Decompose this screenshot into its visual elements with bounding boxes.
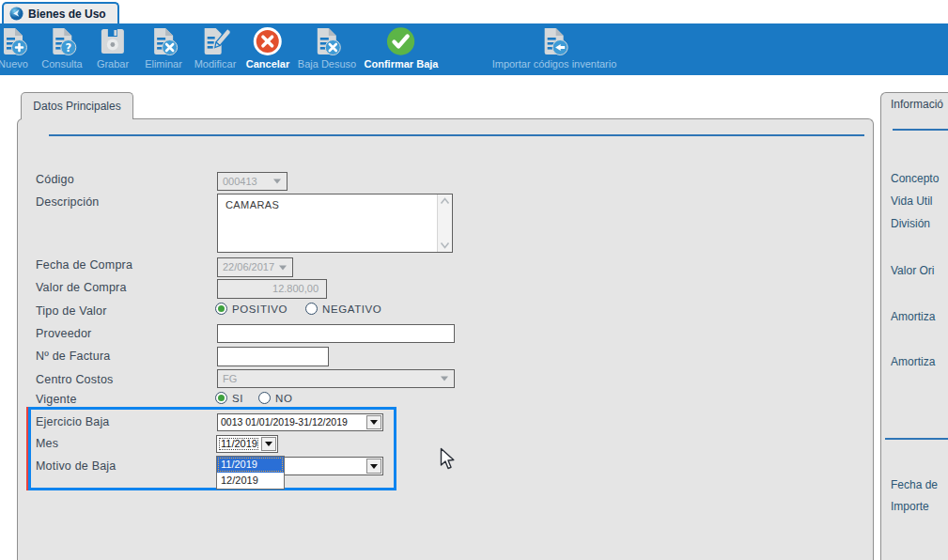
radio-positivo[interactable]: POSITIVO: [215, 303, 288, 315]
toolbar-button-cancelar[interactable]: Cancelar: [246, 25, 289, 70]
radio-unselected-icon: [258, 392, 271, 404]
svg-text:?: ?: [65, 41, 71, 54]
info-label-division: División: [891, 217, 930, 230]
proveedor-label: Proveedor: [36, 327, 91, 340]
toolbar-label: Importar códigos inventario: [492, 58, 617, 70]
radio-negativo[interactable]: NEGATIVO: [305, 303, 381, 315]
toolbar-button-baja-desuso[interactable]: Baja Desuso: [298, 25, 356, 70]
toolbar-button-importar-codigos[interactable]: Importar códigos inventario: [492, 25, 617, 70]
info-label-amortiza-2: Amortiza: [891, 355, 935, 368]
toolbar-button-confirmar-baja[interactable]: Confirmar Baja: [365, 25, 439, 70]
mes-option[interactable]: 12/2019: [217, 473, 284, 489]
mes-combobox[interactable]: 11/2019: [216, 435, 278, 453]
main-panel-rule: [49, 134, 864, 136]
motivo-baja-label: Motivo de Baja: [36, 459, 116, 473]
mes-option-selected[interactable]: 11/2019: [217, 457, 284, 473]
tab-datos-principales[interactable]: Datos Principales: [21, 92, 133, 119]
radio-selected-icon: [215, 392, 227, 404]
scroll-up-icon[interactable]: [440, 197, 450, 205]
toolbar-button-grabar[interactable]: Grabar: [97, 25, 129, 70]
chevron-down-icon[interactable]: [366, 459, 381, 474]
cancel-circle-icon: [252, 25, 284, 57]
info-label-importe: Importe: [891, 500, 929, 513]
toolbar-button-modificar[interactable]: Modificar: [194, 25, 237, 70]
doc-x-icon: [311, 25, 343, 57]
centro-costos-combobox[interactable]: FG: [217, 369, 455, 388]
toolbar-label: Modificar: [194, 58, 237, 70]
chevron-down-icon[interactable]: [261, 437, 276, 451]
toolbar: Nuevo ? Consulta Grabar Eliminar Modific…: [0, 23, 948, 75]
codigo-combobox[interactable]: 000413: [217, 172, 288, 191]
descripcion-textarea[interactable]: CAMARAS: [217, 194, 453, 253]
fecha-compra-datepicker[interactable]: 22/06/2017: [217, 257, 293, 277]
chevron-down-icon: [279, 265, 287, 270]
toolbar-label: Eliminar: [145, 58, 182, 70]
app-window: Bienes de Uso Nuevo ? Consulta Grabar: [0, 0, 948, 560]
info-label-amortiza-1: Amortiza: [891, 310, 935, 323]
doc-pencil-icon: [199, 25, 231, 57]
toolbar-label: Consulta: [41, 58, 82, 70]
floppy-icon: [97, 25, 129, 57]
doc-question-icon: ?: [46, 25, 78, 57]
chevron-down-icon: [441, 377, 448, 381]
descripcion-scrollbar[interactable]: [437, 194, 452, 252]
window-title-tab[interactable]: Bienes de Uso: [2, 2, 119, 23]
proveedor-input[interactable]: [217, 324, 455, 343]
mes-label: Mes: [36, 437, 58, 450]
info-panel-divider: [885, 438, 948, 440]
mes-dropdown-list: 11/2019 12/2019: [216, 456, 285, 490]
toolbar-label: Grabar: [97, 58, 129, 70]
doc-arrow-left-icon: [538, 25, 570, 57]
chevron-down-icon: [273, 179, 281, 184]
valor-compra-label: Valor de Compra: [36, 281, 127, 294]
centro-costos-label: Centro Costos: [36, 373, 114, 386]
toolbar-label: Baja Desuso: [298, 58, 356, 70]
scroll-down-icon[interactable]: [440, 241, 450, 249]
toolbar-button-consulta[interactable]: ? Consulta: [41, 25, 82, 70]
doc-plus-icon: [0, 25, 29, 57]
radio-selected-icon: [215, 303, 227, 315]
descripcion-label: Descripción: [36, 195, 100, 209]
ejercicio-baja-label: Ejercicio Baja: [36, 415, 110, 428]
radio-si[interactable]: SI: [215, 392, 243, 404]
factura-input[interactable]: [217, 347, 329, 366]
chevron-down-icon[interactable]: [366, 415, 381, 429]
app-logo-icon: [9, 7, 23, 21]
info-tab-label: Informació: [891, 98, 943, 111]
info-label-vida-util: Vida Util: [891, 194, 932, 208]
toolbar-label: Cancelar: [246, 58, 289, 70]
tipo-valor-label: Tipo de Valor: [36, 304, 107, 318]
info-label-fecha-de: Fecha de: [891, 478, 938, 491]
ejercicio-baja-combobox[interactable]: 0013 01/01/2019-31/12/2019: [217, 413, 383, 431]
info-label-valor-ori: Valor Ori: [891, 264, 934, 277]
doc-x-icon: [148, 25, 179, 57]
fecha-compra-label: Fecha de Compra: [36, 258, 132, 272]
info-label-concepto: Concepto: [891, 172, 939, 185]
factura-label: Nº de Factura: [36, 350, 110, 363]
tab-label: Datos Principales: [33, 100, 120, 113]
toolbar-button-nuevo[interactable]: Nuevo: [0, 25, 29, 70]
window-title: Bienes de Uso: [28, 8, 106, 21]
toolbar-label: Confirmar Baja: [365, 58, 439, 70]
check-circle-icon: [385, 25, 417, 57]
codigo-label: Código: [36, 173, 74, 186]
radio-no[interactable]: NO: [258, 392, 292, 404]
info-panel-rule: [893, 129, 948, 131]
toolbar-label: Nuevo: [0, 58, 28, 70]
radio-unselected-icon: [305, 303, 318, 315]
valor-compra-field[interactable]: 12.800,00: [217, 279, 327, 299]
vigente-label: Vigente: [36, 393, 77, 406]
toolbar-button-eliminar[interactable]: Eliminar: [145, 25, 182, 70]
